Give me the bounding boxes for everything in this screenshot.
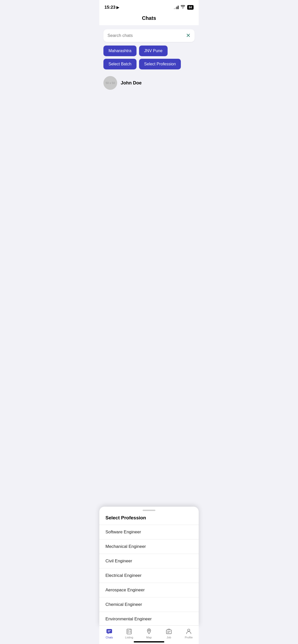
search-input[interactable] [107, 33, 186, 38]
chat-name: John Doe [121, 80, 142, 86]
main-content: ✕ Maharashtra JNV Pune Select Batch Sele… [99, 25, 199, 92]
location-icon: ▶ [116, 5, 119, 9]
battery-indicator: 84 [187, 5, 194, 10]
filter-maharashtra[interactable]: Maharashtra [103, 46, 137, 56]
signal-bars [174, 6, 179, 9]
filter-select-profession[interactable]: Select Profession [139, 59, 181, 69]
filter-jnv-pune[interactable]: JNV Pune [139, 46, 168, 56]
wifi-icon [181, 5, 185, 10]
chat-item-john-doe[interactable]: 50 x 50 John Doe [103, 74, 195, 92]
filter-select-batch[interactable]: Select Batch [103, 59, 137, 69]
time-display: 15:23 [104, 5, 115, 10]
avatar-text: 50 x 50 [106, 81, 115, 84]
signal-bar-2 [175, 7, 176, 9]
filter-buttons: Maharashtra JNV Pune Select Batch Select… [103, 46, 195, 69]
signal-bar-1 [174, 8, 175, 9]
search-bar: ✕ [103, 29, 195, 42]
search-clear-button[interactable]: ✕ [186, 33, 191, 38]
status-bar: 15:23 ▶ 84 [99, 0, 199, 13]
status-right: 84 [174, 5, 194, 10]
signal-bar-4 [178, 6, 179, 9]
page-header: Chats [99, 13, 199, 25]
status-time: 15:23 ▶ [104, 5, 119, 10]
page-title: Chats [104, 15, 194, 21]
battery-level: 84 [189, 6, 192, 9]
signal-bar-3 [177, 7, 177, 9]
avatar: 50 x 50 [103, 76, 117, 90]
